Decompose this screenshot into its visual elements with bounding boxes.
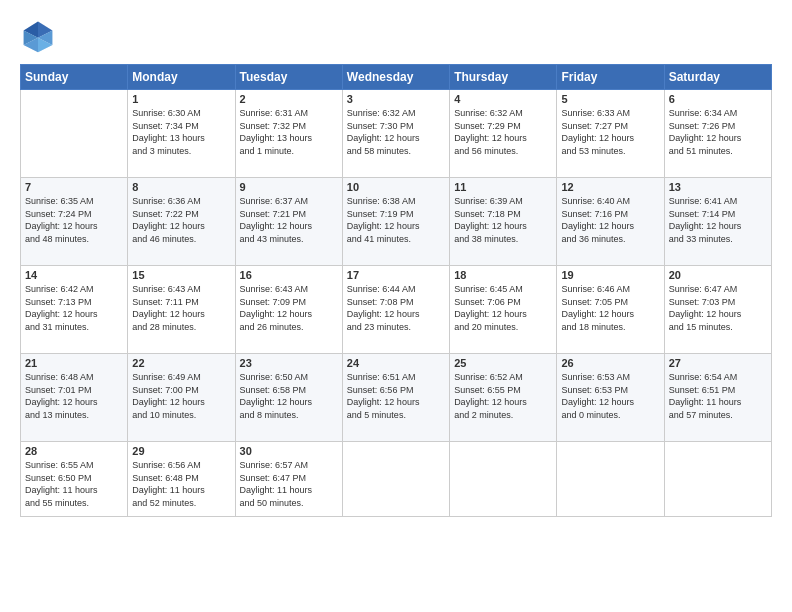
weekday-header-friday: Friday (557, 65, 664, 90)
weekday-header-row: SundayMondayTuesdayWednesdayThursdayFrid… (21, 65, 772, 90)
calendar-cell: 29Sunrise: 6:56 AM Sunset: 6:48 PM Dayli… (128, 442, 235, 517)
day-number: 16 (240, 269, 338, 281)
weekday-header-saturday: Saturday (664, 65, 771, 90)
calendar-row: 7Sunrise: 6:35 AM Sunset: 7:24 PM Daylig… (21, 178, 772, 266)
calendar-table: SundayMondayTuesdayWednesdayThursdayFrid… (20, 64, 772, 517)
day-number: 30 (240, 445, 338, 457)
day-number: 5 (561, 93, 659, 105)
calendar-cell: 13Sunrise: 6:41 AM Sunset: 7:14 PM Dayli… (664, 178, 771, 266)
day-number: 15 (132, 269, 230, 281)
day-number: 14 (25, 269, 123, 281)
calendar-cell: 3Sunrise: 6:32 AM Sunset: 7:30 PM Daylig… (342, 90, 449, 178)
calendar-cell (342, 442, 449, 517)
day-info: Sunrise: 6:51 AM Sunset: 6:56 PM Dayligh… (347, 371, 445, 421)
day-number: 8 (132, 181, 230, 193)
day-number: 19 (561, 269, 659, 281)
calendar-cell (664, 442, 771, 517)
day-info: Sunrise: 6:42 AM Sunset: 7:13 PM Dayligh… (25, 283, 123, 333)
day-info: Sunrise: 6:47 AM Sunset: 7:03 PM Dayligh… (669, 283, 767, 333)
day-info: Sunrise: 6:36 AM Sunset: 7:22 PM Dayligh… (132, 195, 230, 245)
calendar-cell: 20Sunrise: 6:47 AM Sunset: 7:03 PM Dayli… (664, 266, 771, 354)
weekday-header-wednesday: Wednesday (342, 65, 449, 90)
header (20, 18, 772, 54)
day-number: 13 (669, 181, 767, 193)
day-number: 7 (25, 181, 123, 193)
calendar-cell: 1Sunrise: 6:30 AM Sunset: 7:34 PM Daylig… (128, 90, 235, 178)
page: SundayMondayTuesdayWednesdayThursdayFrid… (0, 0, 792, 612)
day-number: 26 (561, 357, 659, 369)
weekday-header-sunday: Sunday (21, 65, 128, 90)
day-number: 11 (454, 181, 552, 193)
calendar-row: 1Sunrise: 6:30 AM Sunset: 7:34 PM Daylig… (21, 90, 772, 178)
weekday-header-monday: Monday (128, 65, 235, 90)
calendar-cell: 24Sunrise: 6:51 AM Sunset: 6:56 PM Dayli… (342, 354, 449, 442)
calendar-cell: 8Sunrise: 6:36 AM Sunset: 7:22 PM Daylig… (128, 178, 235, 266)
calendar-cell: 17Sunrise: 6:44 AM Sunset: 7:08 PM Dayli… (342, 266, 449, 354)
calendar-cell: 11Sunrise: 6:39 AM Sunset: 7:18 PM Dayli… (450, 178, 557, 266)
day-info: Sunrise: 6:32 AM Sunset: 7:30 PM Dayligh… (347, 107, 445, 157)
calendar-row: 28Sunrise: 6:55 AM Sunset: 6:50 PM Dayli… (21, 442, 772, 517)
day-number: 21 (25, 357, 123, 369)
day-info: Sunrise: 6:44 AM Sunset: 7:08 PM Dayligh… (347, 283, 445, 333)
calendar-cell: 26Sunrise: 6:53 AM Sunset: 6:53 PM Dayli… (557, 354, 664, 442)
calendar-cell: 22Sunrise: 6:49 AM Sunset: 7:00 PM Dayli… (128, 354, 235, 442)
weekday-header-tuesday: Tuesday (235, 65, 342, 90)
weekday-header-thursday: Thursday (450, 65, 557, 90)
calendar-cell: 30Sunrise: 6:57 AM Sunset: 6:47 PM Dayli… (235, 442, 342, 517)
day-info: Sunrise: 6:37 AM Sunset: 7:21 PM Dayligh… (240, 195, 338, 245)
day-number: 29 (132, 445, 230, 457)
day-number: 6 (669, 93, 767, 105)
logo (20, 18, 60, 54)
day-info: Sunrise: 6:35 AM Sunset: 7:24 PM Dayligh… (25, 195, 123, 245)
day-info: Sunrise: 6:39 AM Sunset: 7:18 PM Dayligh… (454, 195, 552, 245)
day-number: 3 (347, 93, 445, 105)
day-number: 25 (454, 357, 552, 369)
calendar-cell: 2Sunrise: 6:31 AM Sunset: 7:32 PM Daylig… (235, 90, 342, 178)
day-number: 18 (454, 269, 552, 281)
calendar-cell: 23Sunrise: 6:50 AM Sunset: 6:58 PM Dayli… (235, 354, 342, 442)
day-number: 20 (669, 269, 767, 281)
calendar-cell: 19Sunrise: 6:46 AM Sunset: 7:05 PM Dayli… (557, 266, 664, 354)
calendar-cell: 12Sunrise: 6:40 AM Sunset: 7:16 PM Dayli… (557, 178, 664, 266)
day-info: Sunrise: 6:33 AM Sunset: 7:27 PM Dayligh… (561, 107, 659, 157)
calendar-cell: 18Sunrise: 6:45 AM Sunset: 7:06 PM Dayli… (450, 266, 557, 354)
day-number: 27 (669, 357, 767, 369)
day-info: Sunrise: 6:56 AM Sunset: 6:48 PM Dayligh… (132, 459, 230, 509)
calendar-cell: 7Sunrise: 6:35 AM Sunset: 7:24 PM Daylig… (21, 178, 128, 266)
calendar-cell: 16Sunrise: 6:43 AM Sunset: 7:09 PM Dayli… (235, 266, 342, 354)
calendar-cell: 14Sunrise: 6:42 AM Sunset: 7:13 PM Dayli… (21, 266, 128, 354)
calendar-cell (557, 442, 664, 517)
day-number: 9 (240, 181, 338, 193)
day-number: 28 (25, 445, 123, 457)
calendar-cell: 9Sunrise: 6:37 AM Sunset: 7:21 PM Daylig… (235, 178, 342, 266)
calendar-cell: 10Sunrise: 6:38 AM Sunset: 7:19 PM Dayli… (342, 178, 449, 266)
calendar-cell: 27Sunrise: 6:54 AM Sunset: 6:51 PM Dayli… (664, 354, 771, 442)
day-info: Sunrise: 6:57 AM Sunset: 6:47 PM Dayligh… (240, 459, 338, 509)
calendar-row: 14Sunrise: 6:42 AM Sunset: 7:13 PM Dayli… (21, 266, 772, 354)
day-number: 10 (347, 181, 445, 193)
day-info: Sunrise: 6:43 AM Sunset: 7:11 PM Dayligh… (132, 283, 230, 333)
day-info: Sunrise: 6:49 AM Sunset: 7:00 PM Dayligh… (132, 371, 230, 421)
day-info: Sunrise: 6:38 AM Sunset: 7:19 PM Dayligh… (347, 195, 445, 245)
calendar-row: 21Sunrise: 6:48 AM Sunset: 7:01 PM Dayli… (21, 354, 772, 442)
calendar-cell: 28Sunrise: 6:55 AM Sunset: 6:50 PM Dayli… (21, 442, 128, 517)
day-number: 2 (240, 93, 338, 105)
day-number: 1 (132, 93, 230, 105)
day-info: Sunrise: 6:52 AM Sunset: 6:55 PM Dayligh… (454, 371, 552, 421)
day-info: Sunrise: 6:53 AM Sunset: 6:53 PM Dayligh… (561, 371, 659, 421)
day-number: 24 (347, 357, 445, 369)
day-info: Sunrise: 6:54 AM Sunset: 6:51 PM Dayligh… (669, 371, 767, 421)
day-info: Sunrise: 6:40 AM Sunset: 7:16 PM Dayligh… (561, 195, 659, 245)
calendar-cell: 25Sunrise: 6:52 AM Sunset: 6:55 PM Dayli… (450, 354, 557, 442)
calendar-cell: 4Sunrise: 6:32 AM Sunset: 7:29 PM Daylig… (450, 90, 557, 178)
calendar-cell (450, 442, 557, 517)
day-info: Sunrise: 6:34 AM Sunset: 7:26 PM Dayligh… (669, 107, 767, 157)
day-info: Sunrise: 6:31 AM Sunset: 7:32 PM Dayligh… (240, 107, 338, 157)
day-info: Sunrise: 6:45 AM Sunset: 7:06 PM Dayligh… (454, 283, 552, 333)
day-number: 17 (347, 269, 445, 281)
day-info: Sunrise: 6:41 AM Sunset: 7:14 PM Dayligh… (669, 195, 767, 245)
day-number: 23 (240, 357, 338, 369)
day-number: 22 (132, 357, 230, 369)
day-info: Sunrise: 6:43 AM Sunset: 7:09 PM Dayligh… (240, 283, 338, 333)
day-number: 4 (454, 93, 552, 105)
